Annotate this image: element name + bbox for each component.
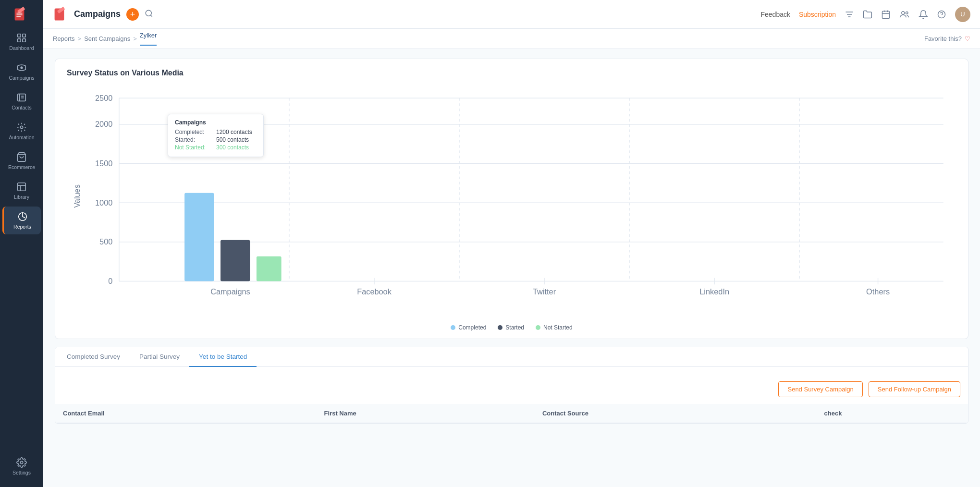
filter-icon[interactable] [845, 10, 854, 19]
svg-text:LinkedIn: LinkedIn [699, 287, 729, 296]
bar-campaigns-not-started[interactable] [257, 256, 282, 281]
tooltip-label-not-started: Not Started: [175, 144, 213, 151]
svg-rect-4 [18, 34, 21, 37]
tooltip-row-completed: Completed: 1200 contacts [175, 129, 257, 135]
svg-point-30 [938, 11, 945, 18]
sidebar-item-label: Campaigns [9, 75, 34, 81]
col-first-name: First Name [317, 404, 535, 423]
favorite-area[interactable]: Favorite this? ♡ [924, 35, 970, 42]
breadcrumb-sep-1: > [78, 35, 82, 42]
avatar[interactable]: U [955, 7, 970, 22]
svg-rect-5 [23, 34, 25, 37]
legend-started: Started [498, 324, 524, 331]
subscription-link[interactable]: Subscription [799, 11, 836, 18]
sidebar-item-contacts[interactable]: Contacts [2, 87, 41, 115]
breadcrumb-sep-2: > [133, 35, 137, 42]
tab-completed-survey[interactable]: Completed Survey [57, 347, 130, 367]
svg-text:0: 0 [108, 277, 112, 285]
svg-rect-9 [18, 94, 26, 101]
sidebar-item-dashboard[interactable]: Dashboard [2, 28, 41, 56]
sidebar-item-label: Ecommerce [8, 164, 35, 170]
table-header-row: Contact Email First Name Contact Source … [55, 404, 968, 423]
help-icon[interactable] [937, 10, 946, 19]
tooltip-row-not-started: Not Started: 300 contacts [175, 144, 257, 151]
add-button[interactable]: + [126, 8, 139, 21]
svg-rect-3 [16, 16, 21, 17]
svg-text:Facebook: Facebook [357, 287, 392, 296]
svg-text:2000: 2000 [95, 120, 112, 128]
svg-rect-15 [18, 183, 26, 191]
sidebar-item-label: Automation [9, 134, 34, 140]
breadcrumb-current: Zylker [140, 32, 157, 46]
sidebar: Dashboard Campaigns Contacts Automation [0, 0, 43, 487]
svg-rect-24 [882, 11, 890, 18]
tooltip-title: Campaigns [175, 119, 257, 126]
bell-icon[interactable] [919, 10, 928, 19]
col-check: check [817, 404, 968, 423]
topnav-left: Campaigns + [53, 6, 153, 23]
legend-completed: Completed [451, 324, 486, 331]
svg-line-20 [151, 15, 152, 16]
svg-rect-1 [16, 12, 23, 13]
main-area: Campaigns + Feedback Subscription [43, 0, 980, 487]
calendar-icon[interactable] [881, 10, 891, 19]
bar-campaigns-started[interactable] [220, 240, 250, 281]
topnav-right: Feedback Subscription [760, 7, 970, 22]
breadcrumb-sent-campaigns[interactable]: Sent Campaigns [84, 35, 130, 42]
sidebar-item-settings[interactable]: Settings [2, 452, 41, 480]
chart-card: Survey Status on Various Media Campaigns… [55, 59, 968, 339]
sidebar-item-reports[interactable]: Reports [2, 207, 41, 234]
content-area: Survey Status on Various Media Campaigns… [43, 49, 980, 487]
favorite-label: Favorite this? [924, 35, 962, 42]
col-contact-source: Contact Source [535, 404, 817, 423]
chart-legend: Completed Started Not Started [67, 324, 956, 331]
folder-icon[interactable] [863, 10, 872, 19]
sidebar-item-campaigns[interactable]: Campaigns [2, 58, 41, 85]
search-icon[interactable] [145, 9, 153, 20]
tooltip-value-started: 500 contacts [216, 136, 249, 143]
chart-tooltip: Campaigns Completed: 1200 contacts Start… [168, 114, 264, 157]
svg-point-28 [902, 11, 905, 14]
table-section: Completed Survey Partial Survey Yet to b… [55, 347, 968, 424]
sidebar-item-library[interactable]: Library [2, 177, 41, 205]
app-name: Campaigns [74, 9, 121, 19]
svg-point-13 [20, 126, 23, 129]
chart-title: Survey Status on Various Media [67, 69, 956, 77]
legend-dot-completed [451, 325, 455, 330]
svg-rect-6 [18, 39, 21, 42]
svg-text:1500: 1500 [95, 159, 112, 168]
feedback-link[interactable]: Feedback [760, 11, 790, 18]
svg-point-17 [20, 461, 23, 464]
send-followup-btn[interactable]: Send Follow-up Campaign [869, 381, 960, 397]
svg-text:Values: Values [73, 184, 81, 208]
legend-label-completed: Completed [458, 324, 486, 331]
legend-dot-not-started [536, 325, 540, 330]
breadcrumb: Reports > Sent Campaigns > Zylker [53, 32, 157, 46]
sidebar-item-label: Settings [12, 470, 31, 475]
breadcrumb-reports[interactable]: Reports [53, 35, 75, 42]
svg-text:1000: 1000 [95, 198, 112, 207]
sidebar-item-ecommerce[interactable]: Ecommerce [2, 147, 41, 175]
team-icon[interactable] [899, 10, 910, 19]
heart-icon[interactable]: ♡ [965, 35, 970, 42]
svg-text:Others: Others [866, 287, 890, 296]
tooltip-value-completed: 1200 contacts [216, 129, 252, 135]
contacts-table: Contact Email First Name Contact Source … [55, 404, 968, 423]
tab-yet-to-start[interactable]: Yet to be Started [189, 347, 257, 367]
legend-not-started: Not Started [536, 324, 573, 331]
app-brand: Campaigns [53, 6, 121, 23]
sidebar-item-automation[interactable]: Automation [2, 117, 41, 145]
svg-point-19 [146, 10, 151, 16]
svg-text:Twitter: Twitter [533, 287, 556, 296]
tab-partial-survey[interactable]: Partial Survey [130, 347, 189, 367]
bar-campaigns-completed[interactable] [184, 193, 214, 281]
chart-wrapper: Campaigns Completed: 1200 contacts Start… [67, 85, 956, 320]
send-survey-btn[interactable]: Send Survey Campaign [778, 381, 862, 397]
svg-rect-2 [16, 14, 23, 15]
svg-text:500: 500 [99, 237, 112, 246]
legend-label-not-started: Not Started [543, 324, 573, 331]
tabs-row: Completed Survey Partial Survey Yet to b… [55, 347, 968, 367]
tooltip-label-completed: Completed: [175, 129, 213, 135]
sidebar-item-label: Library [14, 194, 29, 200]
svg-rect-7 [23, 39, 25, 42]
